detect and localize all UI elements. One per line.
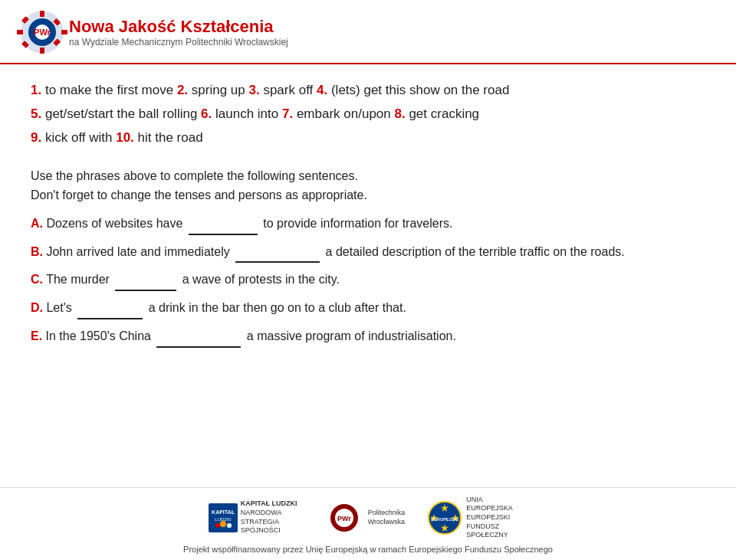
exercise-c: C. The murder a wave of protests in the … — [31, 269, 705, 291]
svg-rect-3 — [17, 30, 23, 34]
kapital-text: KAPITAŁ LUDZKINARODOWA STRATEGIA SPÓJNOŚ… — [241, 499, 302, 535]
svg-point-15 — [215, 523, 220, 528]
exercise-text-d-after: a drink in the bar then go on to a club … — [149, 301, 406, 314]
ue-icon: EUROPEJSKI — [428, 501, 462, 535]
phrase-num-3: 3. — [248, 83, 259, 97]
page: PWr Nowa Jakość Kształcenia na Wydziale … — [0, 0, 736, 560]
svg-rect-2 — [40, 47, 44, 54]
header-text-block: Nowa Jakość Kształcenia na Wydziale Mech… — [69, 17, 288, 47]
phrases-section: 1. to make the first move 2. spring up 3… — [31, 80, 705, 149]
pwr-text: PolitechnikaWrocławska — [368, 509, 406, 526]
svg-rect-1 — [40, 11, 44, 17]
footer-logos: KAPITAŁ LUDZKI KAPITAŁ LUDZKINARODOWA ST… — [209, 496, 528, 540]
main-content: 1. to make the first move 2. spring up 3… — [0, 64, 736, 487]
svg-text:KAPITAŁ: KAPITAŁ — [212, 509, 235, 515]
phrase-num-2: 2. — [177, 83, 188, 97]
svg-rect-4 — [61, 30, 67, 34]
exercise-a: A. Dozens of websites have to provide in… — [31, 213, 705, 235]
footer-logo-pwr: PWr PolitechnikaWrocławska — [325, 503, 406, 533]
exercise-label-e: E. — [31, 329, 42, 342]
exercise-text-e-before: In the 1950's China — [46, 329, 151, 342]
exercise-text-a-before: Dozens of websites have — [46, 217, 182, 230]
phrase-text-3: spark off — [263, 83, 317, 97]
svg-point-16 — [220, 521, 226, 527]
header: PWr Nowa Jakość Kształcenia na Wydziale … — [0, 0, 736, 64]
phrase-num-10: 10. — [116, 130, 134, 145]
phrase-num-6: 6. — [201, 106, 212, 121]
footer-caption: Projekt współfinansowany przez Unię Euro… — [183, 545, 553, 554]
instructions-block: Use the phrases above to complete the fo… — [31, 166, 705, 205]
exercise-text-e-after: a massive program of industrialisation. — [247, 329, 456, 342]
phrase-num-9: 9. — [31, 130, 41, 145]
phrase-text-4: (lets) get this show on the road — [331, 83, 509, 97]
instruction-line-1: Use the phrases above to complete the fo… — [31, 166, 705, 186]
header-logo: PWr — [15, 9, 69, 55]
svg-point-17 — [227, 523, 232, 528]
phrase-num-1: 1. — [31, 83, 41, 97]
instruction-line-2: Don't forget to change the tenses and pe… — [31, 185, 705, 205]
exercise-label-b: B. — [31, 245, 43, 258]
svg-text:PWr: PWr — [34, 28, 51, 37]
phrase-text-10: hit the road — [138, 130, 203, 145]
exercise-text-b-before: John arrived late and immediately — [46, 245, 229, 258]
exercise-text-d-before: Let's — [46, 301, 71, 314]
exercise-label-c: C. — [31, 273, 43, 286]
exercise-text-a-after: to provide information for travelers. — [263, 217, 452, 230]
exercise-e: E. In the 1950's China a massive program… — [31, 326, 705, 348]
phrase-line-2: 5. get/set/start the ball rolling 6. lau… — [31, 103, 705, 126]
exercise-text-c-before: The murder — [46, 273, 110, 286]
svg-text:EUROPEJSKI: EUROPEJSKI — [432, 517, 459, 522]
exercises-section: A. Dozens of websites have to provide in… — [31, 213, 705, 348]
svg-text:PWr: PWr — [337, 515, 351, 522]
exercise-blank-c — [115, 290, 176, 291]
phrase-line-1: 1. to make the first move 2. spring up 3… — [31, 80, 705, 102]
exercise-label-d: D. — [31, 301, 43, 314]
phrase-text-6: launch into — [215, 106, 282, 121]
phrase-num-8: 8. — [394, 106, 405, 121]
pwr-icon: PWr — [325, 503, 363, 533]
phrase-text-2: spring up — [192, 83, 249, 97]
phrase-num-5: 5. — [31, 106, 41, 121]
exercise-text-c-after: a wave of protests in the city. — [182, 273, 340, 286]
header-title: Nowa Jakość Kształcenia — [69, 17, 288, 37]
phrase-text-8: get cracking — [409, 106, 479, 121]
kapital-icon: KAPITAŁ LUDZKI — [209, 503, 238, 532]
exercise-text-b-after: a detailed description of the terrible t… — [326, 245, 625, 258]
exercise-blank-b — [235, 261, 320, 263]
phrase-line-3: 9. kick off with 10. hit the road — [31, 127, 705, 149]
exercise-blank-e — [156, 346, 241, 348]
phrase-text-5: get/set/start the ball rolling — [45, 106, 201, 121]
footer-logo-kapital: KAPITAŁ LUDZKI KAPITAŁ LUDZKINARODOWA ST… — [209, 499, 302, 535]
header-subtitle: na Wydziale Mechanicznym Politechniki Wr… — [69, 37, 288, 47]
exercise-blank-a — [189, 234, 258, 235]
footer-logo-ue: EUROPEJSKI UNIA EUROPEJSKAEUROPEJSKIFUND… — [428, 496, 527, 540]
exercise-b: B. John arrived late and immediately a d… — [31, 241, 705, 264]
phrase-num-4: 4. — [317, 83, 327, 97]
exercise-d: D. Let's a drink in the bar then go on t… — [31, 297, 705, 319]
exercise-blank-d — [77, 318, 143, 319]
phrase-text-9: kick off with — [45, 130, 116, 145]
ue-text: UNIA EUROPEJSKAEUROPEJSKIFUNDUSZ SPOŁECZ… — [466, 496, 527, 540]
footer: KAPITAŁ LUDZKI KAPITAŁ LUDZKINARODOWA ST… — [0, 487, 736, 560]
exercise-label-a: A. — [31, 217, 43, 230]
phrase-text-7: embark on/upon — [297, 106, 395, 121]
phrase-text-1: to make the first move — [45, 83, 177, 97]
phrase-num-7: 7. — [282, 106, 293, 121]
